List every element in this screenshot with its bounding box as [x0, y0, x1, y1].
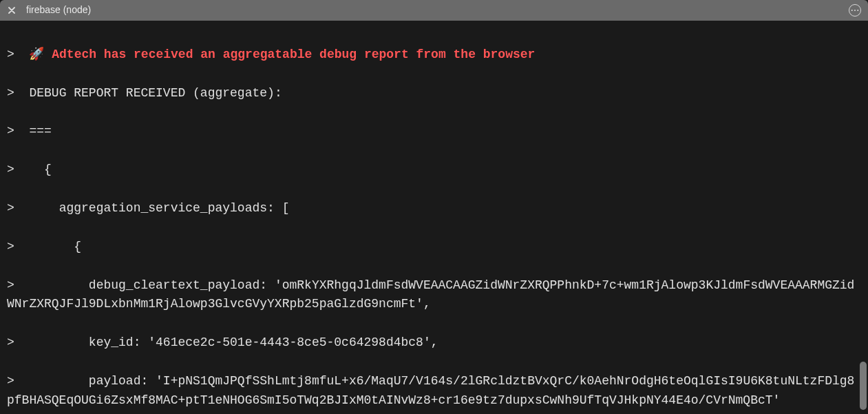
log-line: > debug_cleartext_payload: 'omRkYXRhgqJl…: [7, 276, 861, 315]
svg-point-2: [857, 10, 858, 11]
log-line: > {: [7, 161, 861, 180]
log-line-heading: > 🚀 Adtech has received an aggregatable …: [7, 45, 861, 65]
log-line: > DEBUG REPORT RECEIVED (aggregate):: [7, 84, 861, 103]
terminal-titlebar: firebase (node): [0, 0, 868, 21]
log-line: > {: [7, 238, 861, 257]
log-line: > payload: 'I+pNS1QmJPQfSShLmtj8mfuL+x6/…: [7, 372, 861, 411]
log-line: > key_id: '461ece2c-501e-4443-8ce5-0c642…: [7, 333, 861, 353]
rocket-icon: 🚀: [29, 48, 44, 61]
log-line: > aggregation_service_payloads: [: [7, 199, 861, 218]
svg-point-1: [854, 10, 856, 11]
scrollbar-track[interactable]: [860, 25, 867, 410]
terminal-output[interactable]: > 🚀 Adtech has received an aggregatable …: [0, 21, 868, 414]
close-icon[interactable]: [7, 6, 17, 15]
svg-point-0: [851, 10, 853, 11]
more-menu-icon[interactable]: [849, 4, 861, 17]
scrollbar-thumb[interactable]: [860, 362, 867, 410]
window-title: firebase (node): [26, 3, 91, 18]
log-line: > ===: [7, 122, 861, 141]
